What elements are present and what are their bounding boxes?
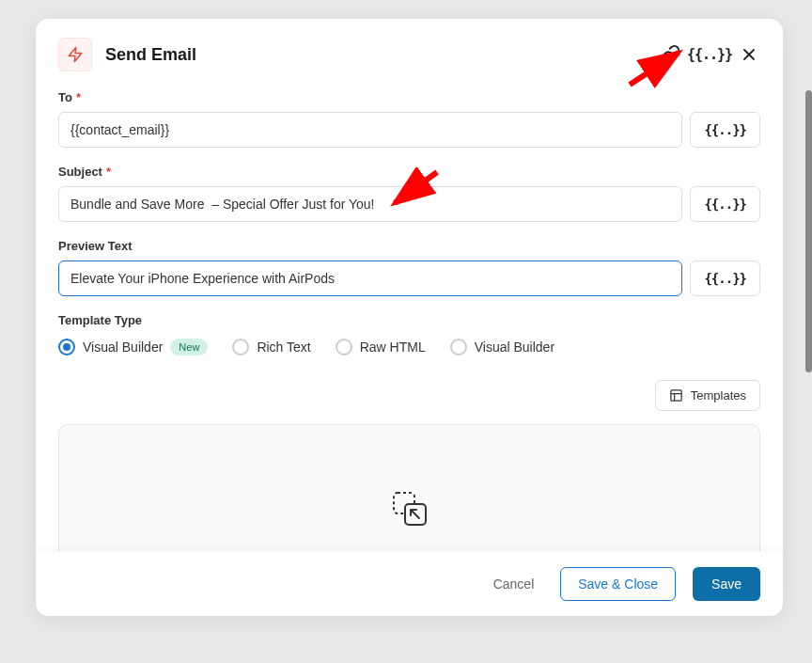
radio-visual-builder-new[interactable]: Visual Builder New: [58, 339, 208, 355]
radio-visual-builder[interactable]: Visual Builder: [450, 339, 554, 355]
cancel-button[interactable]: Cancel: [484, 569, 544, 599]
to-input[interactable]: [58, 112, 682, 148]
to-group: To* {{..}}: [58, 90, 760, 148]
modal-body: To* {{..}} Subject* {{..}} Preview Text …: [36, 81, 783, 551]
subject-group: Subject* {{..}}: [58, 165, 760, 222]
radio-rich-text[interactable]: Rich Text: [232, 339, 310, 355]
preview-text-vars-button[interactable]: {{..}}: [690, 260, 760, 296]
to-label: To*: [58, 90, 760, 104]
builder-insert-icon: [391, 490, 429, 528]
radio-circle: [232, 339, 249, 355]
lightning-icon: [58, 38, 92, 71]
modal-footer: Cancel Save & Close Save: [36, 551, 783, 616]
radio-circle: [336, 339, 352, 355]
close-icon[interactable]: [738, 43, 760, 66]
preview-text-label: Preview Text: [58, 239, 760, 253]
send-email-modal: Send Email {{..}} To* {{..}} Subject* {{…: [36, 19, 783, 616]
subject-label: Subject*: [58, 165, 760, 179]
link-icon[interactable]: [659, 43, 681, 66]
modal-title: Send Email: [105, 45, 659, 65]
svg-rect-2: [671, 390, 681, 401]
builder-area[interactable]: [58, 424, 760, 551]
preview-text-group: Preview Text {{..}}: [58, 239, 760, 296]
template-type-label: Template Type: [58, 313, 760, 327]
save-button[interactable]: Save: [693, 567, 760, 601]
radio-circle: [450, 339, 467, 355]
scrollbar[interactable]: [805, 90, 812, 372]
radio-raw-html[interactable]: Raw HTML: [336, 339, 426, 355]
new-badge: New: [170, 339, 208, 355]
template-type-radios: Visual Builder New Rich Text Raw HTML Vi…: [58, 339, 760, 355]
preview-text-input[interactable]: [58, 260, 682, 296]
templates-button[interactable]: Templates: [655, 380, 760, 411]
templates-icon: [669, 388, 683, 403]
subject-input[interactable]: [58, 186, 682, 222]
modal-header: Send Email {{..}}: [36, 19, 783, 81]
to-vars-button[interactable]: {{..}}: [690, 112, 760, 148]
variables-icon[interactable]: {{..}}: [698, 43, 721, 66]
header-actions: {{..}}: [659, 43, 760, 66]
save-close-button[interactable]: Save & Close: [560, 567, 676, 601]
radio-circle: [58, 339, 75, 355]
subject-vars-button[interactable]: {{..}}: [690, 186, 760, 222]
template-type-group: Template Type Visual Builder New Rich Te…: [58, 313, 760, 355]
